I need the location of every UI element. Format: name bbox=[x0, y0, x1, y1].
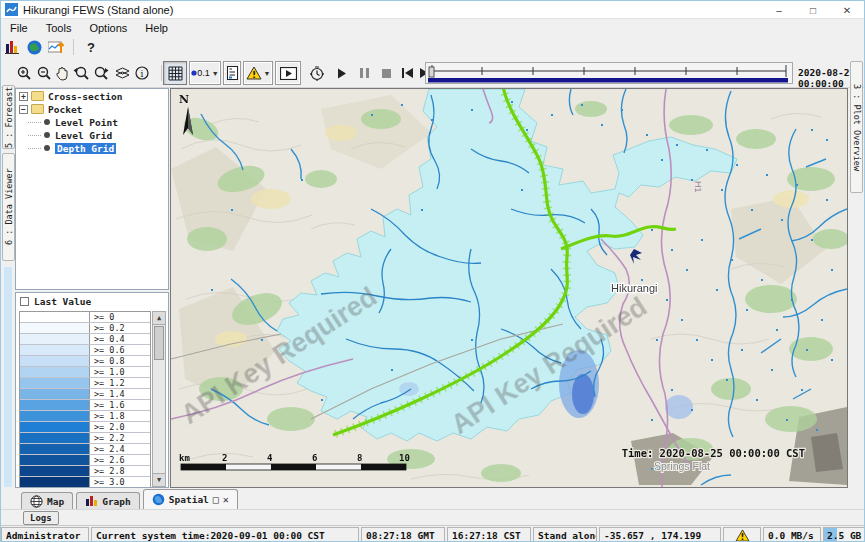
close-button[interactable]: ✕ bbox=[830, 1, 864, 19]
tree-node-pocket[interactable]: − Pocket bbox=[19, 103, 168, 115]
legend-row: >= 1.8 bbox=[20, 411, 150, 422]
legend-swatch bbox=[20, 400, 90, 410]
zoom-out-icon bbox=[37, 66, 52, 81]
tab-map-label: Map bbox=[47, 496, 64, 507]
zoom-previous-button[interactable] bbox=[71, 61, 91, 85]
legend-row: >= 2.2 bbox=[20, 433, 150, 444]
zoom-out-button[interactable] bbox=[35, 61, 53, 85]
sidebar-tab-forecast-label: 5 : Forecast bbox=[4, 86, 14, 147]
folder-icon bbox=[31, 91, 44, 101]
legend-toggle-button[interactable] bbox=[223, 61, 241, 85]
legend-row: >= 2.6 bbox=[20, 455, 150, 466]
skip-start-icon bbox=[402, 68, 413, 78]
timer-button[interactable] bbox=[307, 61, 327, 85]
tree-leaf-level-point[interactable]: Level Point bbox=[28, 116, 168, 128]
zoom-next-icon bbox=[93, 66, 110, 81]
legend-row: >= 3.0 bbox=[20, 477, 150, 488]
map-viewport[interactable]: API Key Required API Key Required Hikura… bbox=[170, 88, 848, 488]
tab-close-icon[interactable]: ✕ bbox=[223, 494, 229, 505]
tab-map[interactable]: Map bbox=[21, 492, 73, 509]
minimize-button[interactable]: – bbox=[762, 1, 796, 19]
bar-chart-icon bbox=[5, 40, 20, 54]
stop-button[interactable] bbox=[379, 61, 393, 85]
tab-graph[interactable]: Graph bbox=[76, 492, 140, 509]
legend-scrollbar[interactable]: ▲ ▼ bbox=[152, 311, 166, 487]
movie-play-icon bbox=[280, 67, 297, 80]
tree-leaf-label-selected: Depth Grid bbox=[55, 143, 116, 154]
memory-usage-label: 2.5 GB bbox=[824, 530, 861, 541]
sidebar-tab-forecast[interactable]: 5 : Forecast bbox=[2, 85, 15, 149]
menu-tools[interactable]: Tools bbox=[37, 21, 81, 35]
map-time-annotation: Time: 2020-08-25 00:00:00 CST bbox=[622, 447, 805, 459]
maximize-button[interactable]: □ bbox=[796, 1, 830, 19]
application-window: Hikurangi FEWS (Stand alone) – □ ✕ File … bbox=[0, 0, 865, 542]
legend-row: >= 0.8 bbox=[20, 356, 150, 367]
legend-row: >= 1.4 bbox=[20, 389, 150, 400]
legend-row: >= 2.4 bbox=[20, 444, 150, 455]
pause-button[interactable] bbox=[357, 61, 371, 85]
pan-button[interactable] bbox=[53, 61, 71, 85]
last-value-checkbox[interactable] bbox=[20, 297, 29, 306]
tree-node-cross-section[interactable]: + Cross-section bbox=[19, 90, 168, 102]
database-chart-button[interactable] bbox=[1, 37, 23, 57]
legend-swatch bbox=[20, 334, 90, 344]
title-bar: Hikurangi FEWS (Stand alone) – □ ✕ bbox=[1, 1, 864, 19]
bar-chart-icon bbox=[85, 495, 98, 507]
bullet-icon bbox=[44, 119, 50, 125]
zoom-in-button[interactable] bbox=[15, 61, 33, 85]
scroll-down-icon[interactable]: ▼ bbox=[153, 473, 165, 486]
status-warning-cell[interactable]: ! bbox=[723, 527, 761, 542]
time-slider-track-bar bbox=[428, 78, 788, 83]
scroll-thumb[interactable] bbox=[154, 326, 164, 360]
tab-graph-label: Graph bbox=[102, 496, 131, 507]
legend-swatch bbox=[20, 367, 90, 377]
wire-globe-icon bbox=[30, 495, 43, 508]
time-slider[interactable] bbox=[425, 62, 793, 84]
legend-swatch bbox=[20, 389, 90, 399]
zoom-next-button[interactable] bbox=[91, 61, 111, 85]
step-back-button[interactable] bbox=[399, 61, 415, 85]
collapse-icon[interactable]: − bbox=[19, 105, 28, 114]
logs-button[interactable]: Logs bbox=[23, 511, 59, 525]
tab-maximize-icon[interactable]: □ bbox=[213, 494, 219, 505]
timeseries-display-button[interactable] bbox=[45, 37, 67, 57]
legend-row: >= 2.8 bbox=[20, 466, 150, 477]
status-bar: Administrator Current system time:2020-0… bbox=[1, 525, 864, 542]
main-toolbar: ? bbox=[1, 36, 864, 58]
help-button[interactable]: ? bbox=[80, 37, 102, 57]
info-button[interactable]: i bbox=[133, 61, 151, 85]
bullet-icon bbox=[44, 145, 50, 151]
legend-table: >= 0 >= 0.2 >= 0.4 >= 0.6 >= 0.8 >= 1.0 … bbox=[19, 311, 151, 488]
status-local-time: 16:27:18 CST bbox=[447, 527, 531, 542]
grid-display-button[interactable] bbox=[163, 61, 187, 85]
map-display-button[interactable] bbox=[23, 37, 45, 57]
svg-text:!: ! bbox=[740, 531, 744, 541]
warning-dropdown[interactable]: ! ▼ bbox=[243, 61, 273, 85]
expand-icon[interactable]: + bbox=[19, 92, 28, 101]
tree-leaf-level-grid[interactable]: Level Grid bbox=[28, 129, 168, 141]
legend-row: >= 2.0 bbox=[20, 422, 150, 433]
menu-file[interactable]: File bbox=[1, 21, 37, 35]
status-coordinates: -35.657 , 174.199 bbox=[599, 527, 721, 542]
scale-unit-label: km bbox=[179, 453, 190, 463]
sidebar-tab-data-viewer[interactable]: 6 : Data Viewer bbox=[2, 153, 15, 261]
stop-icon bbox=[382, 69, 391, 78]
time-slider-handle[interactable] bbox=[429, 67, 434, 77]
help-icon: ? bbox=[87, 40, 95, 55]
scroll-up-icon[interactable]: ▲ bbox=[153, 312, 165, 325]
layers-button[interactable] bbox=[113, 61, 131, 85]
play-button[interactable] bbox=[335, 61, 349, 85]
map-label-springs-flat: Springs Flat bbox=[654, 460, 710, 472]
legend-swatch bbox=[20, 422, 90, 432]
tab-spatial[interactable]: Spatial □ ✕ bbox=[143, 489, 238, 509]
threshold-dropdown[interactable]: 0.1 ▼ bbox=[189, 61, 221, 85]
legend-title: Last Value bbox=[34, 296, 91, 307]
tree-leaf-label: Level Point bbox=[55, 117, 118, 128]
warning-icon: ! bbox=[735, 529, 750, 542]
tree-leaf-depth-grid[interactable]: Depth Grid bbox=[28, 142, 168, 154]
sidebar-tab-plot-overview[interactable]: 3 : Plot Overview bbox=[850, 61, 863, 193]
legend-swatch bbox=[20, 477, 90, 487]
menu-help[interactable]: Help bbox=[136, 21, 177, 35]
menu-options[interactable]: Options bbox=[80, 21, 136, 35]
animation-button[interactable] bbox=[275, 61, 301, 85]
